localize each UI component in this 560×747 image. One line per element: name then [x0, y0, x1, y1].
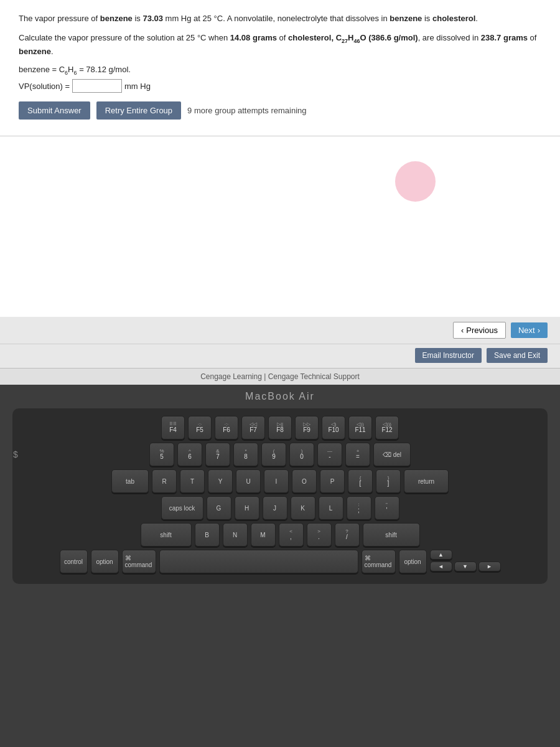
nav-row: ‹ Previous Next › [0, 317, 560, 344]
key-quote[interactable]: " ' [375, 496, 399, 520]
control-row: control option ⌘ command ⌘ command optio… [22, 550, 538, 573]
email-instructor-button[interactable]: Email Instructor [415, 348, 482, 363]
vp-input[interactable] [72, 79, 122, 93]
key-arrow-right[interactable]: ► [478, 561, 501, 571]
key-colon[interactable]: : ; [347, 496, 371, 520]
key-i[interactable]: I [264, 469, 289, 493]
key-cmd-right[interactable]: ⌘ command [362, 550, 396, 573]
key-l[interactable]: L [319, 496, 343, 520]
key-return[interactable]: return [404, 469, 449, 493]
macbook-area: MacBook Air ⠿⠿ F4 ·:· F5 ·:· F6 ◁◁ F7 ▷|… [0, 385, 560, 747]
key-caret-6[interactable]: ^ 6 [177, 443, 202, 466]
decorative-circle [395, 161, 436, 202]
previous-button[interactable]: ‹ Previous [453, 322, 506, 339]
macbook-label: MacBook Air [245, 391, 315, 402]
chevron-right-icon: › [538, 326, 540, 335]
intro-text: The vapor pressure of benzene is 73.03 m… [19, 12, 541, 26]
key-dash[interactable]: — - [317, 443, 342, 466]
key-f12[interactable]: ◁))) F12 [375, 416, 399, 439]
qwerty-row: tab R T Y U I O P { [ } ] return [22, 469, 538, 493]
key-h[interactable]: H [235, 496, 259, 520]
key-cmd-left[interactable]: ⌘ command [122, 550, 156, 573]
key-amp-7[interactable]: & 7 [205, 443, 230, 466]
key-arrow-up[interactable]: ▲ [430, 550, 452, 560]
key-shift-left[interactable]: shift [141, 523, 192, 547]
key-m[interactable]: M [251, 523, 276, 547]
function-key-row: ⠿⠿ F4 ·:· F5 ·:· F6 ◁◁ F7 ▷|| F8 ▷▷ F9 [22, 416, 538, 439]
key-option-right[interactable]: option [399, 550, 427, 573]
key-k[interactable]: K [291, 496, 315, 520]
key-f5[interactable]: ·:· F5 [188, 416, 212, 439]
key-paren-0[interactable]: ) 0 [289, 443, 314, 466]
content-spacer [0, 136, 560, 317]
dollar-label: $ [13, 449, 18, 459]
key-g[interactable]: G [207, 496, 231, 520]
key-star-8[interactable]: * 8 [233, 443, 258, 466]
key-less-than[interactable]: < , [279, 523, 304, 547]
keyboard: ⠿⠿ F4 ·:· F5 ·:· F6 ◁◁ F7 ▷|| F8 ▷▷ F9 [12, 408, 548, 584]
vp-unit: mm Hg [124, 82, 151, 91]
number-key-row: $ % 5 ^ 6 & 7 * 8 ( 9 ) 0 [22, 443, 538, 466]
retry-button[interactable]: Retry Entire Group [96, 101, 181, 120]
key-f9[interactable]: ▷▷ F9 [295, 416, 319, 439]
key-option[interactable]: option [91, 550, 119, 573]
key-control[interactable]: control [60, 550, 88, 573]
save-exit-button[interactable]: Save and Exit [487, 348, 548, 363]
bottom-letter-row: shift B N M < , > . ? / shift [22, 523, 538, 547]
key-greater-than[interactable]: > . [307, 523, 332, 547]
footer-bar: Cengage Learning | Cengage Technical Sup… [0, 368, 560, 385]
key-brace-open[interactable]: { [ [348, 469, 373, 493]
chevron-left-icon: ‹ [461, 326, 464, 335]
key-y[interactable]: Y [208, 469, 233, 493]
next-button[interactable]: Next › [511, 322, 548, 338]
footer-text: Cengage Learning | Cengage Technical Sup… [200, 372, 360, 381]
home-row: caps lock G H J K L : ; " ' [22, 496, 538, 520]
key-space[interactable] [159, 550, 358, 573]
vp-line: VP(solution) = mm Hg [19, 79, 541, 93]
key-shift-right[interactable]: shift [363, 523, 420, 547]
key-f8[interactable]: ▷|| F8 [268, 416, 292, 439]
key-arrow-left[interactable]: ◄ [430, 561, 452, 571]
key-backspace[interactable]: ⌫ del [373, 443, 411, 466]
key-percent-5[interactable]: % 5 [149, 443, 174, 466]
key-tab[interactable]: tab [111, 469, 149, 493]
key-p[interactable]: P [320, 469, 345, 493]
key-f11[interactable]: ◁)) F11 [348, 416, 372, 439]
key-f10[interactable]: ◁) F10 [322, 416, 345, 439]
key-brace-close[interactable]: } ] [376, 469, 401, 493]
key-question[interactable]: ? / [335, 523, 360, 547]
key-n[interactable]: N [223, 523, 248, 547]
key-f6[interactable]: ·:· F6 [215, 416, 238, 439]
key-paren-9[interactable]: ( 9 [261, 443, 286, 466]
attempts-text: 9 more group attempts remaining [187, 106, 306, 115]
key-b[interactable]: B [195, 523, 220, 547]
key-j[interactable]: J [263, 496, 287, 520]
submit-button[interactable]: Submit Answer [19, 101, 90, 120]
key-f4[interactable]: ⠿⠿ F4 [161, 416, 185, 439]
key-f7[interactable]: ◁◁ F7 [241, 416, 265, 439]
key-arrow-down[interactable]: ▼ [454, 561, 477, 571]
key-o[interactable]: O [292, 469, 317, 493]
key-r[interactable]: R [152, 469, 177, 493]
vp-label: VP(solution) = [19, 82, 70, 91]
key-plus-equal[interactable]: + = [345, 443, 370, 466]
key-u[interactable]: U [236, 469, 261, 493]
formula-text: benzene = C6H6 = 78.12 g/mol. [19, 65, 541, 76]
calculate-text: Calculate the vapor pressure of the solu… [19, 32, 541, 59]
action-row: Email Instructor Save and Exit [0, 344, 560, 368]
action-buttons: Submit Answer Retry Entire Group 9 more … [19, 101, 541, 120]
key-caps-lock[interactable]: caps lock [161, 496, 203, 520]
key-t[interactable]: T [180, 469, 205, 493]
